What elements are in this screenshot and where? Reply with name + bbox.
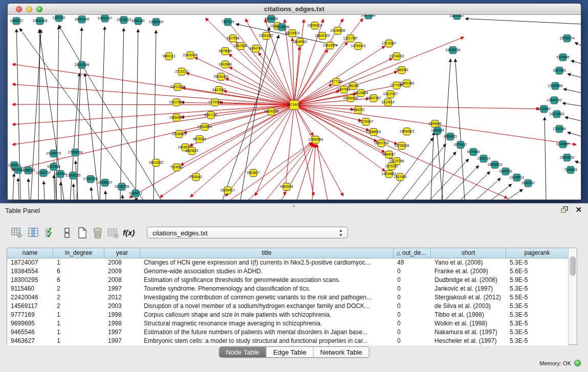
network-edge[interactable] [312, 144, 315, 200]
network-node[interactable]: 9245102 [521, 180, 535, 187]
network-edge[interactable] [562, 103, 581, 106]
tab-network-table[interactable]: Network Table [313, 347, 369, 357]
column-header-in-degree[interactable]: in_degree [53, 248, 104, 258]
network-node[interactable]: 8878334 [193, 136, 206, 143]
table-row[interactable]: 946362711997Embryonic stem cells: a mode… [7, 337, 569, 345]
network-node[interactable]: 12444153 [547, 97, 562, 104]
network-node[interactable]: 9875685 [219, 48, 232, 55]
column-header-year[interactable]: year [104, 248, 140, 258]
network-node[interactable]: 9890113 [163, 53, 176, 60]
column-header-title[interactable]: title [140, 248, 394, 258]
network-node[interactable]: 1840954 [431, 127, 444, 134]
network-edge[interactable] [16, 29, 20, 200]
network-node[interactable]: 8215953 [537, 105, 551, 113]
network-node[interactable]: 16648784 [446, 47, 461, 54]
network-node[interactable]: 20206576 [47, 150, 61, 157]
network-view[interactable]: 9890113224200462718170122133631810755419… [8, 15, 581, 200]
window-titlebar[interactable]: citations_edges.txt [8, 4, 581, 15]
network-edge[interactable] [190, 105, 294, 197]
network-node[interactable]: 9245087 [556, 141, 570, 148]
network-node[interactable]: 19384554 [309, 136, 323, 143]
network-node[interactable]: 1145191 [54, 170, 67, 178]
network-node[interactable]: 7485083 [395, 67, 408, 74]
network-node[interactable]: 7644543 [564, 166, 577, 173]
table-row[interactable]: 2242004622012Investigating the contribut… [7, 293, 569, 302]
network-node[interactable]: 7357229 [221, 18, 234, 26]
network-node[interactable]: 12213363 [170, 83, 185, 91]
network-edge[interactable] [507, 189, 523, 200]
network-node[interactable]: 9463627 [247, 169, 260, 177]
network-edge[interactable] [294, 37, 464, 105]
network-node[interactable]: 7635441 [189, 173, 203, 181]
network-edge[interactable] [294, 42, 347, 105]
column-header-short[interactable]: short [431, 248, 506, 258]
network-node[interactable]: 8813054 [265, 15, 278, 23]
table-row[interactable]: 977716911998Corpus callosum shape and si… [7, 311, 569, 319]
network-edge[interactable] [545, 117, 546, 200]
network-node[interactable]: 6979197 [454, 141, 467, 148]
table-row[interactable]: 946554611997Estimation of the future num… [7, 328, 569, 337]
network-node[interactable]: 10653247 [98, 15, 113, 22]
network-node[interactable]: 1699696 [428, 120, 442, 127]
network-node[interactable]: 16354417 [221, 187, 235, 194]
network-edge[interactable] [565, 117, 581, 121]
network-edge[interactable] [105, 191, 106, 200]
network-node[interactable]: 12213987 [382, 40, 397, 47]
network-edge[interactable] [120, 28, 124, 200]
network-edge[interactable] [317, 144, 328, 200]
network-node[interactable]: 16124554 [354, 90, 368, 97]
network-edge[interactable] [461, 171, 490, 200]
table-row[interactable]: 911546021997Tourette syndrome. Phenomeno… [7, 285, 569, 293]
network-edge[interactable] [491, 184, 512, 200]
network-edge[interactable] [122, 195, 123, 200]
network-node[interactable]: 18325419 [285, 30, 300, 37]
network-node[interactable]: 10154808 [331, 27, 345, 34]
network-node[interactable]: 15751074 [560, 35, 575, 42]
delete-column-disabled-icon[interactable] [107, 227, 119, 238]
network-node[interactable]: 1710344 [553, 125, 566, 133]
network-node[interactable]: 16210643 [550, 111, 564, 118]
table-selector-dropdown[interactable]: citations_edges.txt ▲▼ [147, 227, 348, 238]
network-node[interactable]: 19245012 [510, 174, 525, 181]
network-node[interactable]: 12093585 [548, 82, 563, 90]
table-row[interactable]: 1872400712008Changes of HCN gene express… [7, 258, 569, 267]
network-edge[interactable] [13, 173, 14, 200]
network-node[interactable]: 16958107 [98, 179, 113, 186]
table-settings-icon[interactable] [11, 227, 23, 238]
network-edge[interactable] [563, 89, 581, 93]
network-edge[interactable] [455, 59, 465, 200]
select-rows-check-icon[interactable] [45, 227, 56, 238]
network-node[interactable]: 14759403 [351, 42, 366, 50]
network-edge[interactable] [73, 184, 74, 200]
network-node[interactable]: 16951406 [75, 16, 90, 23]
network-node[interactable]: 19654955 [169, 114, 184, 121]
tab-edge-table[interactable]: Edge Table [266, 347, 313, 357]
network-node[interactable]: 16875307 [450, 15, 465, 19]
network-node[interactable]: 18954032 [560, 154, 575, 161]
network-node[interactable]: 18954923 [488, 161, 503, 168]
column-header-out-de-[interactable]: △out_de... [394, 248, 431, 258]
network-node[interactable]: 10807487 [366, 95, 381, 102]
network-edge[interactable] [229, 54, 294, 105]
network-node[interactable]: 9397588 [47, 163, 60, 170]
network-node[interactable]: 18613022 [149, 159, 164, 166]
scrollbar-thumb[interactable] [570, 256, 576, 276]
network-node[interactable]: 9329966 [556, 54, 570, 61]
network-edge[interactable] [60, 182, 61, 200]
network-edge[interactable] [430, 159, 469, 200]
network-node[interactable]: 16609100 [315, 32, 330, 39]
network-edge[interactable] [28, 179, 29, 200]
delete-table-trash-icon[interactable] [92, 227, 103, 238]
network-node[interactable]: 18640910 [293, 38, 308, 46]
network-edge[interactable] [568, 132, 581, 136]
function-builder-icon[interactable]: f(x) [123, 227, 138, 238]
network-node[interactable]: 17957253 [83, 176, 98, 183]
column-header-pagerank[interactable]: pagerank [506, 248, 569, 258]
network-node[interactable]: 2718170 [175, 68, 188, 75]
network-node[interactable]: 2935114 [477, 155, 490, 162]
network-edge[interactable] [100, 27, 105, 200]
network-node[interactable]: 9227343 [553, 67, 566, 74]
table-row[interactable]: 1938455462009Genome-wide association stu… [7, 267, 569, 276]
network-edge[interactable] [136, 29, 138, 200]
tab-node-table[interactable]: Node Table [219, 347, 266, 357]
